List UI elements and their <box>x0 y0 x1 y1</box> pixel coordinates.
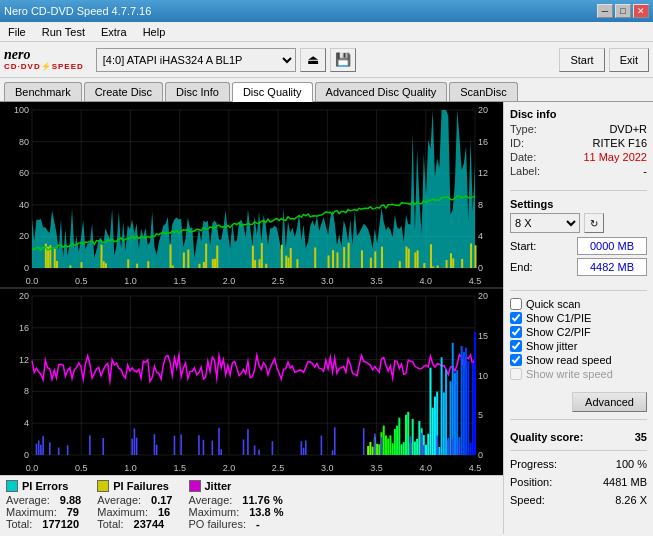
chart-canvas <box>0 102 503 475</box>
disc-info-section: Disc info Type: DVD+R ID: RITEK F16 Date… <box>510 108 647 179</box>
start-button[interactable]: Start <box>559 48 604 72</box>
end-label: End: <box>510 261 550 273</box>
divider-1 <box>510 190 647 191</box>
pi-failures-color <box>97 480 109 492</box>
speed-select[interactable]: 8 X <box>510 213 580 233</box>
jitter-avg-val: 11.76 % <box>242 494 282 506</box>
show-read-speed-checkbox[interactable] <box>510 354 522 366</box>
pi-failures-total-label: Total: <box>97 518 123 530</box>
right-panel: Disc info Type: DVD+R ID: RITEK F16 Date… <box>503 102 653 534</box>
date-label: Date: <box>510 151 536 163</box>
checkboxes-section: Quick scan Show C1/PIE Show C2/PIF Show … <box>510 298 647 382</box>
pi-failures-header: PI Failures <box>113 480 169 492</box>
settings-title: Settings <box>510 198 647 210</box>
jitter-avg-label: Average: <box>189 494 233 506</box>
jitter-color <box>189 480 201 492</box>
tab-disc-quality[interactable]: Disc Quality <box>232 82 313 102</box>
disc-label-value: - <box>643 165 647 177</box>
pi-errors-header: PI Errors <box>22 480 68 492</box>
end-input[interactable]: 4482 MB <box>577 258 647 276</box>
quality-score-label: Quality score: <box>510 431 583 443</box>
pi-errors-avg-val: 9.88 <box>60 494 81 506</box>
show-read-speed-label: Show read speed <box>526 354 612 366</box>
nero-product: CD·DVD⚡SPEED <box>4 62 84 71</box>
show-jitter-label: Show jitter <box>526 340 577 352</box>
jitter-po-label: PO failures: <box>189 518 246 530</box>
show-write-speed-checkbox[interactable] <box>510 368 522 380</box>
type-value: DVD+R <box>609 123 647 135</box>
chart-area: PI Errors Average: 9.88 Maximum: 79 Tota… <box>0 102 503 534</box>
tab-create-disc[interactable]: Create Disc <box>84 82 163 101</box>
refresh-button[interactable]: ↻ <box>584 213 604 233</box>
menu-extra[interactable]: Extra <box>97 24 131 40</box>
show-c1-pie-label: Show C1/PIE <box>526 312 591 324</box>
pi-errors-total-val: 177120 <box>42 518 79 530</box>
tab-scan-disc[interactable]: ScanDisc <box>449 82 517 101</box>
pi-errors-avg-label: Average: <box>6 494 50 506</box>
jitter-po-val: - <box>256 518 260 530</box>
menu-help[interactable]: Help <box>139 24 170 40</box>
menu-file[interactable]: File <box>4 24 30 40</box>
exit-button[interactable]: Exit <box>609 48 649 72</box>
start-label: Start: <box>510 240 550 252</box>
pi-errors-max-val: 79 <box>67 506 79 518</box>
progress-label: Progress: <box>510 458 557 470</box>
pi-failures-max-label: Maximum: <box>97 506 148 518</box>
settings-section: Settings 8 X ↻ Start: 0000 MB End: 4482 … <box>510 198 647 279</box>
jitter-max-val: 13.8 % <box>249 506 283 518</box>
pi-errors-color <box>6 480 18 492</box>
tab-disc-info[interactable]: Disc Info <box>165 82 230 101</box>
toolbar: nero CD·DVD⚡SPEED [4:0] ATAPI iHAS324 A … <box>0 42 653 78</box>
type-label: Type: <box>510 123 537 135</box>
advanced-button[interactable]: Advanced <box>572 392 647 412</box>
show-c1-pie-checkbox[interactable] <box>510 312 522 324</box>
disc-info-title: Disc info <box>510 108 647 120</box>
tab-advanced-disc-quality[interactable]: Advanced Disc Quality <box>315 82 448 101</box>
start-input[interactable]: 0000 MB <box>577 237 647 255</box>
pi-failures-total-val: 23744 <box>134 518 165 530</box>
disc-label-label: Label: <box>510 165 540 177</box>
pi-errors-total-label: Total: <box>6 518 32 530</box>
pi-failures-stat: PI Failures Average: 0.17 Maximum: 16 To… <box>97 480 172 530</box>
pi-errors-max-label: Maximum: <box>6 506 57 518</box>
eject-button[interactable]: ⏏ <box>300 48 326 72</box>
show-c2-pif-checkbox[interactable] <box>510 326 522 338</box>
pi-failures-avg-label: Average: <box>97 494 141 506</box>
nero-brand: nero <box>4 48 84 62</box>
date-value: 11 May 2022 <box>583 151 647 163</box>
menu-bar: File Run Test Extra Help <box>0 22 653 42</box>
speed-value: 8.26 X <box>615 494 647 506</box>
maximize-button[interactable]: □ <box>615 4 631 18</box>
quick-scan-label: Quick scan <box>526 298 580 310</box>
pi-failures-max-val: 16 <box>158 506 170 518</box>
divider-3 <box>510 419 647 420</box>
position-label: Position: <box>510 476 552 488</box>
tab-benchmark[interactable]: Benchmark <box>4 82 82 101</box>
show-jitter-checkbox[interactable] <box>510 340 522 352</box>
pi-failures-avg-val: 0.17 <box>151 494 172 506</box>
title-bar: Nero CD-DVD Speed 4.7.7.16 ─ □ ✕ <box>0 0 653 22</box>
close-button[interactable]: ✕ <box>633 4 649 18</box>
pi-errors-stat: PI Errors Average: 9.88 Maximum: 79 Tota… <box>6 480 81 530</box>
jitter-max-label: Maximum: <box>189 506 240 518</box>
show-write-speed-label: Show write speed <box>526 368 613 380</box>
stats-bar: PI Errors Average: 9.88 Maximum: 79 Tota… <box>0 475 503 534</box>
tabs-bar: Benchmark Create Disc Disc Info Disc Qua… <box>0 78 653 102</box>
divider-2 <box>510 290 647 291</box>
save-button[interactable]: 💾 <box>330 48 356 72</box>
position-value: 4481 MB <box>603 476 647 488</box>
menu-run-test[interactable]: Run Test <box>38 24 89 40</box>
progress-value: 100 % <box>616 458 647 470</box>
id-label: ID: <box>510 137 524 149</box>
quality-score-value: 35 <box>635 431 647 443</box>
title-bar-title: Nero CD-DVD Speed 4.7.7.16 <box>4 5 151 17</box>
speed-label: Speed: <box>510 494 545 506</box>
minimize-button[interactable]: ─ <box>597 4 613 18</box>
quick-scan-checkbox[interactable] <box>510 298 522 310</box>
drive-select[interactable]: [4:0] ATAPI iHAS324 A BL1P <box>96 48 296 72</box>
jitter-header: Jitter <box>205 480 232 492</box>
nero-logo: nero CD·DVD⚡SPEED <box>4 48 84 71</box>
divider-4 <box>510 450 647 451</box>
main-content: PI Errors Average: 9.88 Maximum: 79 Tota… <box>0 102 653 534</box>
show-c2-pif-label: Show C2/PIF <box>526 326 591 338</box>
